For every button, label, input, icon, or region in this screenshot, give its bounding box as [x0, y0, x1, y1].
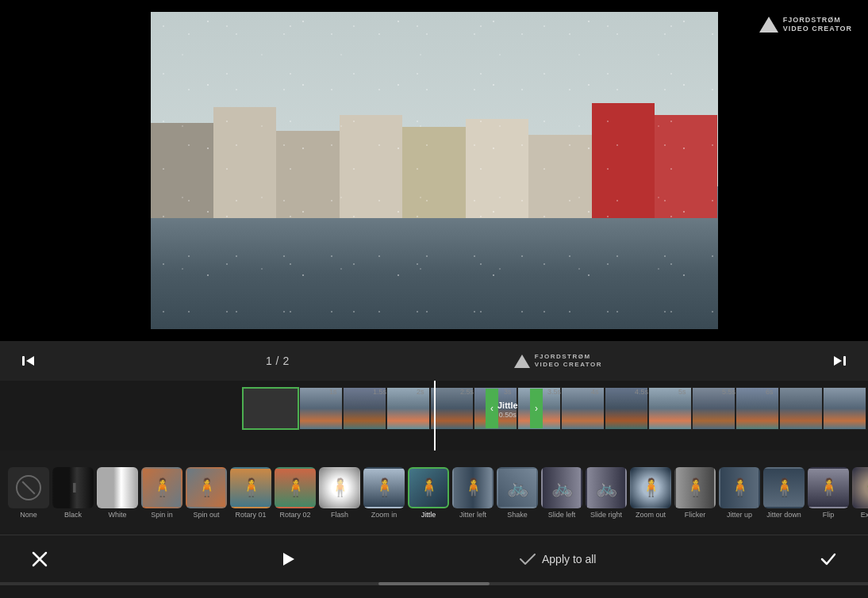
- transition-thumb-shake: 🚲: [497, 467, 538, 508]
- transition-spin-in[interactable]: 🧍 Spin in: [141, 467, 182, 519]
- transition-jittle[interactable]: 🧍 Jittle: [408, 467, 449, 519]
- ruler-mark: 4s: [591, 388, 635, 396]
- transport-bar: 1 / 2 FJORDSTRØM VIDEO CREATOR: [0, 341, 868, 381]
- transition-slide-left[interactable]: 🚲 Slide left: [541, 467, 582, 519]
- person-icon: 🧍: [152, 477, 173, 498]
- transition-zoom-in[interactable]: 🧍 Zoom in: [363, 467, 405, 519]
- transition-black[interactable]: ▐ Black: [52, 467, 94, 519]
- transition-thumb-jitter-down: 🧍: [763, 467, 805, 508]
- ruler-mark: 1.5s: [373, 388, 417, 396]
- clip-next-button[interactable]: ›: [530, 389, 543, 428]
- scroll-indicator: [0, 582, 868, 585]
- ruler-mark: 2s: [417, 388, 460, 396]
- skip-back-button[interactable]: [16, 348, 41, 374]
- transition-thumb-slide-right: 🚲: [586, 467, 627, 508]
- transition-shake[interactable]: 🚲 Shake: [497, 467, 538, 519]
- transition-thumb-flicker: 🧍: [674, 467, 716, 508]
- person-icon: 🚲: [596, 477, 617, 498]
- transition-jitter-left[interactable]: 🧍 Jitter left: [452, 467, 494, 519]
- transition-label-zoom-out: Zoom out: [636, 511, 666, 519]
- svg-rect-0: [22, 356, 25, 366]
- transition-flip[interactable]: 🧍 Flip: [808, 467, 849, 519]
- transition-none[interactable]: None: [8, 467, 49, 519]
- skip-forward-button[interactable]: [827, 348, 852, 374]
- transition-label-white: White: [108, 511, 126, 519]
- transition-thumb-slide-left: 🚲: [541, 467, 582, 508]
- transition-white[interactable]: White: [97, 467, 138, 519]
- ruler-mark: 5s: [678, 388, 722, 396]
- transition-label-spin-in: Spin in: [151, 511, 173, 519]
- transition-thumb-jitter-up: 🧍: [719, 467, 760, 508]
- play-button[interactable]: [272, 543, 304, 575]
- apply-label[interactable]: Apply to all: [542, 553, 596, 565]
- transition-jitter-up[interactable]: 🧍 Jitter up: [719, 467, 760, 519]
- cancel-button[interactable]: [24, 543, 56, 575]
- transition-label-flip: Flip: [823, 511, 835, 519]
- watermark-triangle-icon: [759, 17, 778, 33]
- transition-thumb-flip: 🧍: [808, 467, 849, 508]
- transition-expand[interactable]: 🌳 Expand: [852, 467, 868, 519]
- transition-zoom-out[interactable]: 🧍 Zoom out: [630, 467, 671, 519]
- transition-label-flicker: Flicker: [685, 511, 706, 519]
- transition-thumb-zoom-out: 🧍: [630, 467, 671, 508]
- person-icon: 🧍: [374, 477, 395, 498]
- transition-rotary-02[interactable]: 🧍 Rotary 02: [275, 467, 316, 519]
- apply-check-icon: [520, 554, 536, 565]
- selected-clip[interactable]: ‹ Jittle 0.50s ›: [242, 387, 299, 430]
- person-icon: 🧍: [818, 477, 839, 498]
- clip-prev-button[interactable]: ‹: [486, 389, 498, 428]
- person-icon: 🧍: [418, 477, 440, 498]
- person-icon: 🧍: [196, 477, 217, 498]
- transition-rotary-01[interactable]: 🧍 Rotary 01: [230, 467, 271, 519]
- transition-thumb-rotary-01: 🧍: [230, 467, 271, 508]
- transition-thumb-jittle: 🧍: [408, 467, 449, 508]
- person-icon: 🚲: [507, 477, 528, 498]
- ruler-mark: 1s: [329, 388, 373, 396]
- transition-jitter-down[interactable]: 🧍 Jitter down: [763, 467, 805, 519]
- transition-thumb-expand: 🌳: [852, 467, 868, 508]
- svg-marker-1: [26, 356, 34, 366]
- confirm-button[interactable]: [812, 543, 844, 575]
- apply-area: Apply to all: [520, 553, 596, 565]
- person-icon: 🧍: [685, 477, 706, 498]
- transition-label-flash: Flash: [331, 511, 348, 519]
- transition-label-expand: Expand: [861, 511, 868, 519]
- person-icon: 🧍: [729, 477, 751, 498]
- transition-thumb-flash: 🧍: [319, 467, 360, 508]
- transition-label-rotary-01: Rotary 01: [235, 511, 266, 519]
- transition-label-jitter-down: Jitter down: [766, 511, 801, 519]
- transition-spin-out[interactable]: 🧍 Spin out: [186, 467, 227, 519]
- ruler-mark: 3.5s: [547, 388, 591, 396]
- logo-area: FJORDSTRØM VIDEO CREATOR: [514, 353, 602, 370]
- transition-thumb-rotary-02: 🧍: [275, 467, 316, 508]
- transition-thumb-jitter-left: 🧍: [452, 467, 494, 508]
- action-bar: Apply to all: [0, 535, 868, 582]
- transition-label-jittle: Jittle: [421, 511, 436, 519]
- transition-flash[interactable]: 🧍 Flash: [319, 467, 360, 519]
- watermark-brand: FJORDSTRØM VIDEO CREATOR: [783, 16, 852, 33]
- timecode-display: 1 / 2: [266, 355, 290, 367]
- transitions-panel: None ▐ Black White 🧍 Spin in 🧍: [0, 450, 868, 535]
- transitions-list: None ▐ Black White 🧍 Spin in 🧍: [0, 450, 868, 535]
- playhead[interactable]: [434, 381, 436, 450]
- person-icon: 🧍: [240, 477, 262, 498]
- logo-text: FJORDSTRØM VIDEO CREATOR: [535, 353, 602, 370]
- transition-slide-right[interactable]: 🚲 Slide right: [586, 467, 627, 519]
- person-icon: 🧍: [774, 477, 795, 498]
- timeline: ‹ Jittle 0.50s › 0s 0.5s 1s 1.5s 2s 2.5s…: [0, 381, 868, 450]
- transition-label-zoom-in: Zoom in: [371, 511, 398, 519]
- transition-label-slide-left: Slide left: [548, 511, 576, 519]
- svg-rect-2: [843, 356, 846, 366]
- none-icon: [16, 475, 41, 500]
- person-icon: 🧍: [640, 477, 662, 498]
- transition-label-jitter-left: Jitter left: [459, 511, 486, 519]
- transition-label-none: None: [20, 511, 37, 519]
- transition-label-spin-out: Spin out: [193, 511, 219, 519]
- transition-label-slide-right: Slide right: [590, 511, 622, 519]
- svg-marker-3: [834, 356, 842, 366]
- transition-label-rotary-02: Rotary 02: [279, 511, 310, 519]
- transition-flicker[interactable]: 🧍 Flicker: [674, 467, 716, 519]
- person-icon: 🧍: [285, 477, 306, 498]
- transition-thumb-spin-out: 🧍: [186, 467, 227, 508]
- video-preview: [151, 12, 718, 329]
